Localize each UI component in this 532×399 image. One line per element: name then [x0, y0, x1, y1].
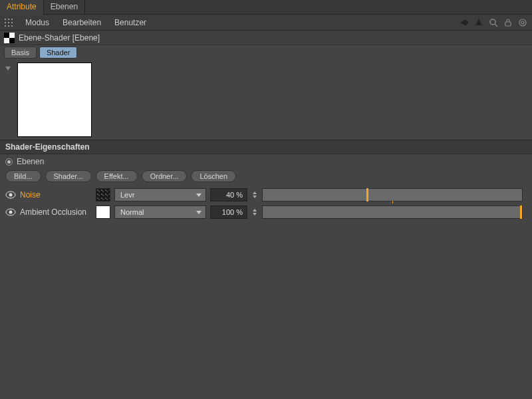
tab-attribute[interactable]: Attribute: [0, 0, 44, 15]
target-icon[interactable]: [516, 16, 529, 29]
svg-line-13: [495, 24, 497, 27]
layer-row-ao: Ambient Occlusion Normal 100 %: [0, 203, 532, 221]
svg-rect-6: [5, 25, 6, 27]
svg-point-23: [9, 211, 13, 214]
svg-rect-5: [11, 22, 13, 23]
opacity-slider[interactable]: [262, 188, 523, 201]
layer-name[interactable]: Ambient Occlusion: [20, 207, 92, 217]
svg-rect-14: [505, 22, 511, 26]
btn-loeschen[interactable]: Löschen: [191, 170, 236, 182]
svg-rect-7: [8, 25, 9, 27]
menu-benutzer[interactable]: Benutzer: [108, 18, 153, 27]
ebenen-radio[interactable]: [5, 158, 13, 166]
lock-icon[interactable]: [501, 16, 515, 29]
panel-tabs: Attribute Ebenen: [0, 0, 532, 15]
preview-area: [0, 60, 532, 140]
svg-point-15: [519, 19, 526, 26]
checker-icon: [4, 33, 15, 43]
opacity-spinner[interactable]: [253, 188, 258, 201]
svg-point-12: [490, 19, 495, 25]
nav-up-icon[interactable]: [472, 16, 485, 29]
opacity-field[interactable]: 100 %: [210, 205, 247, 219]
menu-bar: Modus Bearbeiten Benutzer: [0, 15, 532, 31]
btn-bild[interactable]: Bild...: [5, 170, 41, 182]
visibility-icon[interactable]: [5, 191, 16, 199]
svg-rect-10: [466, 21, 468, 24]
svg-rect-8: [11, 25, 13, 27]
svg-point-21: [9, 194, 13, 197]
layer-name[interactable]: Noise: [20, 190, 92, 200]
menu-bearbeiten[interactable]: Bearbeiten: [56, 18, 108, 27]
ebenen-radio-row: Ebenen: [0, 154, 532, 169]
subtab-basis[interactable]: Basis: [4, 47, 37, 59]
section-header: Shader-Eigenschaften: [0, 140, 532, 154]
svg-rect-2: [11, 19, 13, 20]
blend-mode-dropdown[interactable]: Levr: [114, 188, 206, 201]
layer-action-buttons: Bild... Shader... Effekt... Ordner... Lö…: [0, 169, 532, 186]
layer-swatch[interactable]: [96, 205, 110, 219]
opacity-field[interactable]: 40 %: [210, 188, 247, 201]
btn-shader[interactable]: Shader...: [45, 170, 92, 182]
subtab-shader[interactable]: Shader: [39, 47, 77, 59]
svg-rect-18: [4, 33, 9, 38]
svg-marker-11: [475, 19, 482, 25]
svg-rect-4: [8, 22, 9, 23]
object-title-row: Ebene-Shader [Ebene]: [0, 31, 532, 45]
tab-ebenen[interactable]: Ebenen: [44, 0, 85, 15]
svg-rect-0: [5, 19, 6, 20]
menu-modus[interactable]: Modus: [19, 18, 56, 27]
opacity-spinner[interactable]: [253, 205, 258, 219]
shader-preview[interactable]: [17, 63, 92, 137]
subtab-row: Basis Shader: [0, 45, 532, 60]
svg-marker-9: [460, 19, 466, 26]
nav-back-icon[interactable]: [458, 16, 471, 29]
svg-rect-3: [5, 22, 6, 23]
visibility-icon[interactable]: [5, 208, 16, 216]
btn-ordner[interactable]: Ordner...: [142, 170, 188, 182]
blend-mode-dropdown[interactable]: Normal: [114, 205, 206, 219]
layer-swatch[interactable]: [96, 188, 110, 201]
search-icon[interactable]: [487, 16, 500, 29]
svg-point-16: [521, 21, 524, 24]
btn-effekt[interactable]: Effekt...: [96, 170, 138, 182]
opacity-slider[interactable]: [262, 205, 523, 219]
disclosure-triangle[interactable]: [5, 66, 11, 70]
object-title: Ebene-Shader [Ebene]: [19, 33, 100, 43]
ebenen-radio-label: Ebenen: [17, 157, 44, 166]
svg-rect-19: [9, 38, 15, 43]
layer-row-noise: Noise Levr 40 %: [0, 186, 532, 203]
svg-rect-1: [8, 19, 9, 20]
grid-icon[interactable]: [3, 17, 15, 29]
